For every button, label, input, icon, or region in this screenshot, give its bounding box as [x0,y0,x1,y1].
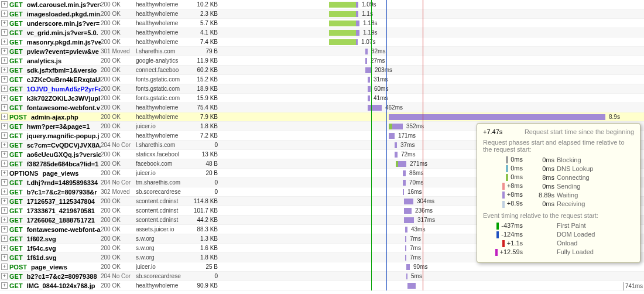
timeline-cell[interactable] [221,281,644,290]
expand-icon[interactable]: + [1,264,8,270]
request-name[interactable]: GET ao6eUeuGXQq.js?versio [9,150,101,159]
timeline-cell[interactable]: 1.1s [221,9,644,19]
expand-icon[interactable]: + [1,29,8,36]
expand-icon[interactable]: + [1,11,8,17]
request-row[interactable]: +GET masonry.pkgd.min.js?ve200 OKhealthy… [0,37,644,47]
timing-bar[interactable] [368,77,370,83]
request-name[interactable]: GET sdk.js#xfbml=1&versio [9,66,101,75]
request-row[interactable]: +GET b2?c1=7&c2=80979388204 No Corsb.sco… [0,272,644,281]
expand-icon[interactable]: + [1,151,8,158]
request-row[interactable]: +GET underscore.min.js?ver=200 OKhealthy… [0,19,644,28]
request-name[interactable]: GET f382785de684bca?lid=1 [9,159,101,169]
request-name[interactable]: GET jquery.magnific-popup.j [9,131,101,141]
expand-icon[interactable]: + [1,179,8,186]
timing-bar[interactable] [365,67,371,73]
timeline-cell[interactable]: 90ms [221,262,644,272]
timing-bar[interactable] [395,142,397,148]
timeline-cell[interactable]: 203ms [221,66,644,75]
request-name[interactable]: GET 17126537_1125347804 [9,197,101,206]
timing-bar[interactable] [404,199,413,204]
timeline-cell[interactable]: 27ms [221,56,644,66]
request-name[interactable]: GET b2?c1=7&c2=80979388 [9,272,101,281]
request-row[interactable]: +GET IMG_0844-1024x768.jp200 OKhealthywh… [0,281,644,290]
request-name[interactable]: GET fontawesome-webfont-a [9,225,101,234]
timing-bar[interactable] [405,255,406,261]
expand-icon[interactable]: + [1,132,8,139]
timing-bar[interactable] [365,58,367,64]
request-name[interactable]: GET fontawesome-webfont.v [9,103,101,112]
request-name[interactable]: GET hwm?per=3&page=1 [9,122,101,131]
request-name[interactable]: GET pview?event=pview&ve [9,47,101,56]
timing-bar[interactable] [329,30,359,36]
timing-bar[interactable] [329,2,358,8]
expand-icon[interactable]: + [1,282,8,289]
timing-bar[interactable] [406,264,410,270]
timing-bar[interactable] [404,217,414,223]
timeline-cell[interactable]: 1.07s [221,37,644,47]
timeline-cell[interactable]: 31ms [221,75,644,84]
timing-bar[interactable] [406,274,407,279]
timing-bar[interactable] [403,189,404,195]
expand-icon[interactable]: + [1,245,8,251]
request-name[interactable]: GET 17333671_4219670581 [9,206,101,216]
expand-icon[interactable]: + [1,76,8,83]
request-name[interactable]: GET underscore.min.js?ver= [9,19,101,28]
timing-bar[interactable] [329,11,358,17]
request-name[interactable]: GET 17266062_1888751721 [9,216,101,225]
request-row[interactable]: +GET analytics.js200 OKgoogle-analytics1… [0,56,644,66]
timeline-cell[interactable]: 8.9s [221,112,644,122]
request-name[interactable]: GET t.dhj?rnd=14895896334 [9,178,101,187]
request-row[interactable]: +GET imagesloaded.pkgd.min.200 OKhealthy… [0,9,644,19]
request-row[interactable]: +GET 1OJVD_humAd5zP2yrFq200 OKfonts.gsta… [0,84,644,94]
request-name[interactable]: OPTIONS page_views [9,169,101,178]
request-name[interactable]: GET cJZKeOuBrn4kERxqtaUl [9,75,101,84]
expand-icon[interactable]: + [1,160,8,167]
request-row[interactable]: +GET k3k702ZOKiLJc3WVjupl200 OKfonts.gst… [0,94,644,103]
request-row[interactable]: +GET vc_grid.min.js?ver=5.0.200 OKhealth… [0,28,644,37]
request-name[interactable]: GET 1f64c.svg [9,244,101,253]
request-name[interactable]: GET b?c1=7&c2=8097938&r [9,187,101,197]
timeline-cell[interactable]: 60ms [221,84,644,94]
request-name[interactable]: GET masonry.pkgd.min.js?ve [9,37,101,47]
timing-bar[interactable] [403,180,406,186]
request-name[interactable]: GET 1f61d.svg [9,253,101,262]
request-name[interactable]: POST page_views [9,262,101,272]
expand-icon[interactable]: + [1,226,8,233]
timing-bar[interactable] [389,114,605,120]
expand-icon[interactable]: + [1,39,8,45]
timing-bar[interactable] [389,124,403,129]
expand-icon[interactable]: + [1,207,8,214]
request-name[interactable]: GET analytics.js [9,56,101,66]
timing-bar[interactable] [368,86,371,92]
timing-bar[interactable] [405,245,406,251]
timeline-cell[interactable]: 5ms [221,272,644,281]
timeline-cell[interactable]: 32ms [221,47,644,56]
expand-icon[interactable]: + [1,254,8,261]
expand-icon[interactable]: + [1,189,8,195]
timing-bar[interactable] [389,133,395,139]
expand-icon[interactable]: + [1,170,8,176]
expand-icon[interactable]: + [1,198,8,204]
request-row[interactable]: +GET cJZKeOuBrn4kERxqtaUl200 OKfonts.gst… [0,75,644,84]
request-name[interactable]: GET owl.carousel.min.js?ver= [9,0,101,9]
expand-icon[interactable]: + [1,1,8,8]
expand-icon[interactable]: + [1,57,8,64]
timing-bar[interactable] [405,227,407,233]
request-row[interactable]: +GET pview?event=pview&ve301 Movedl.shar… [0,47,644,56]
expand-icon[interactable]: + [1,123,8,129]
expand-icon[interactable]: + [1,142,8,148]
expand-icon[interactable]: + [1,86,8,92]
expand-icon[interactable]: + [1,48,8,54]
timeline-cell[interactable]: 41ms [221,94,644,103]
timing-bar[interactable] [329,20,359,26]
request-row[interactable]: +GET sdk.js#xfbml=1&versio200 OKconnect.… [0,66,644,75]
timing-bar[interactable] [396,161,406,167]
timing-bar[interactable] [405,236,406,242]
request-name[interactable]: GET 1f602.svg [9,234,101,244]
expand-icon[interactable]: + [1,114,8,120]
timing-bar[interactable] [368,95,370,101]
expand-icon[interactable]: + [1,217,8,223]
request-name[interactable]: GET vc_grid.min.js?ver=5.0. [9,28,101,37]
timeline-cell[interactable]: 1.09s [221,0,644,9]
timing-bar[interactable] [407,283,416,289]
